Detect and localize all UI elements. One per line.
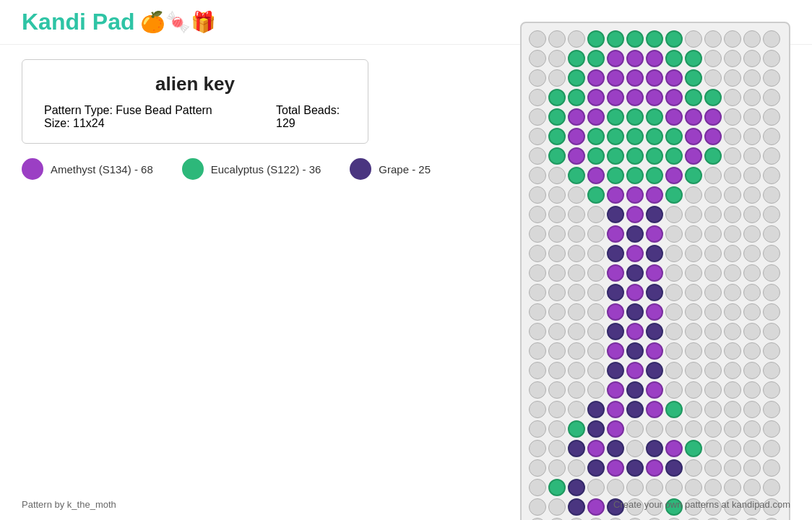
bead-cell	[587, 89, 605, 106]
bead-cell	[763, 323, 780, 340]
bead-cell	[743, 167, 761, 184]
bead-cell	[548, 30, 566, 48]
eucalyptus-swatch	[182, 158, 204, 180]
bead-cell	[548, 167, 566, 184]
bead-cell	[743, 440, 761, 457]
bead-cell	[685, 69, 702, 87]
bead-cell	[587, 381, 605, 399]
bead-cell	[548, 264, 566, 282]
pattern-meta-row: Pattern Type: Fuse Bead Pattern Size: 11…	[44, 104, 346, 130]
bead-cell	[704, 108, 722, 126]
bead-cell	[704, 479, 722, 496]
bead-cell	[626, 420, 644, 438]
bead-cell	[626, 401, 644, 418]
grape-swatch	[350, 158, 371, 180]
bead-cell	[743, 401, 761, 418]
bead-cell	[704, 284, 722, 301]
bead-cell	[646, 50, 663, 67]
bead-cell	[626, 147, 644, 165]
bead-cell	[626, 342, 644, 360]
bead-cell	[568, 401, 585, 418]
bead-cell	[743, 284, 761, 301]
bead-cell	[587, 128, 605, 145]
bead-cell	[665, 50, 683, 67]
bead-cell	[529, 479, 546, 496]
bead-cell	[646, 225, 663, 243]
bead-cell	[548, 89, 566, 106]
bead-cell	[529, 498, 546, 516]
bead-cell	[724, 69, 741, 87]
bead-cell	[587, 342, 605, 360]
amethyst-label: Amethyst (S134) - 68	[51, 163, 153, 176]
bead-cell	[587, 108, 605, 126]
bead-cell	[724, 362, 741, 379]
bead-cell	[685, 89, 702, 106]
bead-cell	[587, 69, 605, 87]
bead-cell	[646, 89, 663, 106]
bead-cell	[548, 186, 566, 204]
bead-cell	[607, 245, 624, 262]
bead-cell	[607, 420, 624, 438]
bead-cell	[548, 303, 566, 321]
bead-cell	[704, 420, 722, 438]
bead-cell	[548, 225, 566, 243]
bead-cell	[626, 108, 644, 126]
bead-cell	[587, 206, 605, 223]
bead-cell	[626, 167, 644, 184]
bead-cell	[568, 206, 585, 223]
bead-cell	[685, 420, 702, 438]
bead-cell	[587, 50, 605, 67]
bead-cell	[626, 245, 644, 262]
bead-cell	[626, 225, 644, 243]
bead-cell	[704, 362, 722, 379]
bead-cell	[763, 50, 780, 67]
bead-cell	[587, 323, 605, 340]
bead-cell	[607, 479, 624, 496]
bead-cell	[704, 50, 722, 67]
bead-cell	[704, 206, 722, 223]
bead-cell	[743, 147, 761, 165]
logo-pad: Pad	[92, 9, 135, 35]
bead-cell	[529, 303, 546, 321]
bead-cell	[704, 225, 722, 243]
type-value: Fuse Bead	[116, 104, 171, 116]
logo: Kandi Pad	[22, 9, 134, 35]
bead-cell	[724, 420, 741, 438]
bead-cell	[548, 108, 566, 126]
logo-kandi: Kandi	[22, 9, 86, 35]
bead-cell	[587, 186, 605, 204]
color-item-eucalyptus: Eucalyptus (S122) - 36	[182, 158, 321, 180]
color-item-grape: Grape - 25	[350, 158, 431, 180]
pattern-type: Pattern Type: Fuse Bead Pattern Size: 11…	[44, 104, 233, 130]
bead-cell	[763, 284, 780, 301]
bead-cell	[685, 401, 702, 418]
bead-cell	[743, 225, 761, 243]
bead-cell	[548, 498, 566, 516]
bead-cell	[568, 167, 585, 184]
bead-cell	[529, 108, 546, 126]
bead-cell	[646, 108, 663, 126]
bead-cell	[626, 69, 644, 87]
bead-cell	[626, 479, 644, 496]
bead-cell	[665, 186, 683, 204]
bead-cell	[646, 186, 663, 204]
beads-label: Total Beads:	[276, 104, 340, 116]
bead-cell	[724, 284, 741, 301]
pattern-beads: Total Beads: 129	[276, 104, 346, 130]
bead-cell	[724, 459, 741, 477]
bead-cell	[529, 264, 546, 282]
bead-cell	[568, 323, 585, 340]
bead-cell	[763, 108, 780, 126]
bead-cell	[529, 381, 546, 399]
bead-cell	[665, 245, 683, 262]
bead-cell	[626, 440, 644, 457]
bead-cell	[529, 128, 546, 145]
bead-cell	[685, 167, 702, 184]
bead-cell	[685, 30, 702, 48]
bead-cell	[626, 128, 644, 145]
amethyst-swatch	[22, 158, 43, 180]
bead-cell	[529, 89, 546, 106]
bead-grid	[529, 30, 782, 520]
bead-cell	[685, 147, 702, 165]
bead-cell	[685, 245, 702, 262]
